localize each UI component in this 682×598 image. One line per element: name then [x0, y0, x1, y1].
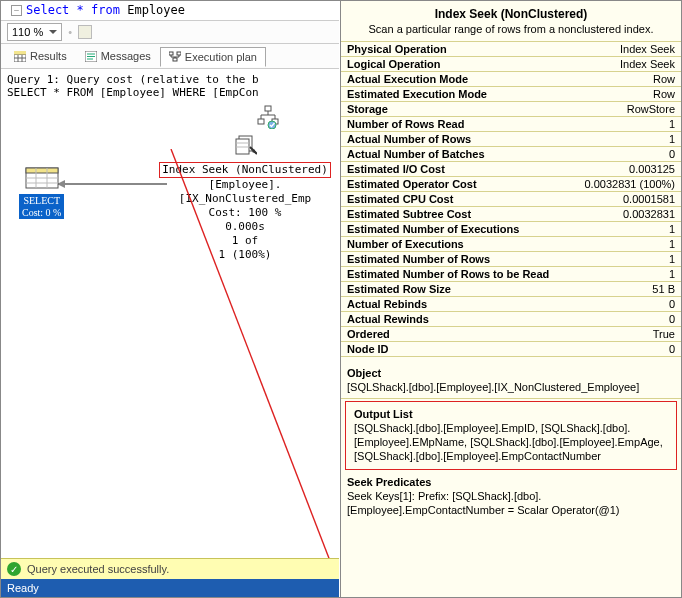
- tooltip-row-value: 0: [669, 298, 675, 310]
- tooltip-row: Actual Execution ModeRow: [341, 72, 681, 87]
- tooltip-row: Estimated Operator Cost0.0032831 (100%): [341, 177, 681, 192]
- tooltip-row: Number of Rows Read1: [341, 117, 681, 132]
- tooltip-row-key: Estimated Number of Executions: [347, 223, 519, 235]
- tooltip-row-value: Index Seek: [620, 58, 675, 70]
- tooltip-row-value: 1: [669, 133, 675, 145]
- node-title: Index Seek (NonClustered): [159, 162, 331, 178]
- tooltip-row-value: 1: [669, 223, 675, 235]
- tooltip-subtitle: Scan a particular range of rows from a n…: [341, 23, 681, 42]
- tooltip-row: OrderedTrue: [341, 327, 681, 342]
- plan-node-select[interactable]: SELECT Cost: 0 %: [19, 167, 64, 219]
- tooltip-row-key: Estimated Execution Mode: [347, 88, 487, 100]
- svg-rect-11: [177, 52, 181, 55]
- tooltip-output-highlight: Output List [SQLShack].[dbo].[Employee].…: [345, 401, 677, 470]
- tooltip-row-value: 1: [669, 268, 675, 280]
- tooltip-row-value: Row: [653, 73, 675, 85]
- tooltip-row-value: 1: [669, 253, 675, 265]
- svg-rect-5: [14, 51, 26, 55]
- tooltip-row-key: Storage: [347, 103, 388, 115]
- sql-editor[interactable]: −Select * from Employee: [1, 1, 339, 21]
- ready-label: Ready: [7, 582, 39, 594]
- tooltip-seek-section: Seek Predicates Seek Keys[1]: Prefix: [S…: [341, 472, 681, 521]
- thumbnail-icon[interactable]: [78, 25, 92, 39]
- tooltip-row: Number of Executions1: [341, 237, 681, 252]
- svg-rect-13: [265, 106, 271, 111]
- tooltip-row-value: RowStore: [627, 103, 675, 115]
- tooltip-row: Node ID0: [341, 342, 681, 357]
- tooltip-row: Estimated Subtree Cost0.0032831: [341, 207, 681, 222]
- tooltip-row-key: Estimated CPU Cost: [347, 193, 453, 205]
- tooltip-row-key: Actual Number of Batches: [347, 148, 485, 160]
- fold-icon[interactable]: −: [11, 5, 22, 16]
- tooltip-row-key: Estimated Number of Rows: [347, 253, 490, 265]
- node-cost: Cost: 0 %: [19, 207, 64, 219]
- tooltip-row-key: Actual Execution Mode: [347, 73, 468, 85]
- tooltip-row-value: 0.0032831: [623, 208, 675, 220]
- node-rows1: 1 of: [151, 234, 339, 248]
- tooltip-row: Estimated Number of Rows to be Read1: [341, 267, 681, 282]
- tooltip-row: Estimated I/O Cost0.003125: [341, 162, 681, 177]
- tooltip-row-value: 0: [669, 313, 675, 325]
- node-cost: Cost: 100 %: [151, 206, 339, 220]
- tooltip-row: Estimated Execution ModeRow: [341, 87, 681, 102]
- tooltip-row: Actual Number of Rows1: [341, 132, 681, 147]
- tooltip-row-key: Actual Rewinds: [347, 313, 429, 325]
- tab-messages[interactable]: Messages: [76, 46, 160, 66]
- index-seek-icon: [233, 133, 257, 157]
- section-title: Seek Predicates: [341, 472, 681, 489]
- svg-rect-20: [26, 168, 58, 173]
- tooltip-row-key: Estimated I/O Cost: [347, 163, 445, 175]
- plan-query-header: Query 1: Query cost (relative to the b S…: [1, 69, 339, 101]
- plan-icon: [169, 51, 181, 62]
- tooltip-row-key: Number of Executions: [347, 238, 464, 250]
- tab-label: Messages: [101, 50, 151, 62]
- plan-root-icon: [256, 105, 280, 129]
- tooltip-row-value: 1: [669, 118, 675, 130]
- tooltip-row: Estimated Number of Rows1: [341, 252, 681, 267]
- section-title: Object: [341, 363, 681, 380]
- tab-label: Results: [30, 50, 67, 62]
- tooltip-row-key: Physical Operation: [347, 43, 447, 55]
- tooltip-object-section: Object [SQLShack].[dbo].[Employee].[IX_N…: [341, 363, 681, 399]
- section-body: [SQLShack].[dbo].[Employee].[IX_NonClust…: [341, 380, 681, 398]
- ready-bar: Ready: [1, 579, 339, 597]
- tooltip-row-key: Actual Rebinds: [347, 298, 427, 310]
- tooltip-row-value: 0.0001581: [623, 193, 675, 205]
- tooltip-title: Index Seek (NonClustered): [341, 1, 681, 23]
- operator-tooltip: Index Seek (NonClustered) Scan a particu…: [340, 1, 681, 597]
- tooltip-row: Actual Number of Batches0: [341, 147, 681, 162]
- zoom-bar: 110 % •: [1, 21, 339, 44]
- tooltip-row: Estimated Row Size51 B: [341, 282, 681, 297]
- tooltip-row-key: Estimated Number of Rows to be Read: [347, 268, 549, 280]
- tooltip-row-value: Index Seek: [620, 43, 675, 55]
- tab-execution-plan[interactable]: Execution plan: [160, 47, 266, 67]
- svg-rect-10: [169, 52, 173, 55]
- tooltip-row: StorageRowStore: [341, 102, 681, 117]
- tooltip-row-key: Estimated Row Size: [347, 283, 451, 295]
- tooltip-row-value: 0.003125: [629, 163, 675, 175]
- success-icon: ✓: [7, 562, 21, 576]
- tooltip-row-value: Row: [653, 88, 675, 100]
- tooltip-row: Estimated CPU Cost0.0001581: [341, 192, 681, 207]
- tooltip-row: Actual Rebinds0: [341, 297, 681, 312]
- node-rows2: 1 (100%): [151, 248, 339, 262]
- node-label: SELECT: [19, 194, 64, 207]
- tooltip-row-key: Number of Rows Read: [347, 118, 464, 130]
- tooltip-row: Estimated Number of Executions1: [341, 222, 681, 237]
- tooltip-row-key: Ordered: [347, 328, 390, 340]
- tab-results[interactable]: Results: [5, 46, 76, 66]
- tooltip-row-value: 1: [669, 238, 675, 250]
- section-title: Output List: [348, 404, 674, 421]
- tooltip-row-key: Estimated Subtree Cost: [347, 208, 471, 220]
- tooltip-row-value: 0: [669, 148, 675, 160]
- status-message: Query executed successfully.: [27, 563, 169, 575]
- zoom-dropdown[interactable]: 110 %: [7, 23, 62, 41]
- node-object: [Employee].[IX_NonClustered_Emp: [151, 178, 339, 206]
- tooltip-row-key: Estimated Operator Cost: [347, 178, 477, 190]
- tab-label: Execution plan: [185, 51, 257, 63]
- execution-plan-canvas[interactable]: Query 1: Query cost (relative to the b S…: [1, 69, 339, 558]
- grid-icon: [14, 51, 26, 62]
- node-time: 0.000s: [151, 220, 339, 234]
- table-icon: [25, 167, 59, 189]
- plan-node-index-seek[interactable]: Index Seek (NonClustered) [Employee].[IX…: [151, 133, 339, 262]
